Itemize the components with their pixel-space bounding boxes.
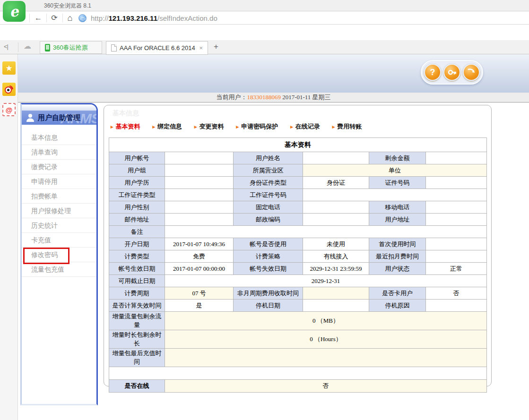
field-label: 是否卡用户 xyxy=(369,287,426,300)
section-tab-label: 变更资料 xyxy=(199,122,224,131)
field-value: 2017-01-07 00:00:00 xyxy=(165,263,234,275)
field-value xyxy=(165,349,487,367)
refresh-button[interactable]: ⟳ xyxy=(48,13,61,23)
field-label: 工作证件类型 xyxy=(109,189,165,201)
url-host: 121.193.216.11 xyxy=(109,14,157,22)
field-value: 未使用 xyxy=(303,238,369,250)
collapse-tabs-button[interactable]: <| xyxy=(4,43,8,50)
field-value xyxy=(426,152,487,164)
field-value: 否 xyxy=(165,380,487,393)
field-value xyxy=(426,250,487,263)
address-bar[interactable]: http://121.193.216.11/selfIndexAction.do xyxy=(91,14,217,22)
field-value xyxy=(165,189,234,201)
field-label: 最近扣月费时间 xyxy=(369,250,426,263)
table-row: 用户组所属营业区单位 xyxy=(109,164,487,177)
field-label: 增量流量包剩余流量 xyxy=(109,312,165,330)
help-button[interactable]: ? xyxy=(424,64,441,81)
back-button[interactable]: ← xyxy=(32,13,44,23)
divider xyxy=(29,14,30,22)
section-tab[interactable]: ▸绑定信息 xyxy=(153,122,182,131)
field-value xyxy=(165,152,234,164)
section-tab[interactable]: ▸在线记录 xyxy=(290,122,320,131)
url-prefix: http:// xyxy=(91,14,109,22)
mail-at-icon[interactable]: @ xyxy=(2,103,16,116)
change-password-button[interactable] xyxy=(443,64,460,81)
field-value xyxy=(165,201,234,214)
field-label: 邮政编码 xyxy=(234,214,303,226)
field-label: 是否计算失效时间 xyxy=(109,300,165,312)
favorites-star-icon[interactable]: ★ xyxy=(2,61,16,75)
new-tab-button[interactable]: + xyxy=(214,42,218,51)
phone-icon xyxy=(45,44,50,51)
cloud-sync-icon[interactable]: ☁ xyxy=(24,42,31,51)
field-value: 有线接入 xyxy=(303,250,369,263)
section-tab-label: 绑定信息 xyxy=(157,122,182,131)
logo-glyph: e xyxy=(9,2,20,20)
table-title: 基本资料 xyxy=(109,138,487,152)
table-row: 用户学历身份证件类型身份证证件号码 xyxy=(109,177,487,189)
table-row: 备注 xyxy=(109,226,487,238)
sidebar-top-band xyxy=(22,104,96,111)
field-value: 2029-12-31 xyxy=(165,275,487,287)
tab-360-chunyun[interactable]: 360春运抢票 xyxy=(40,41,102,54)
url-path: /selfIndexAction.do xyxy=(157,14,217,22)
key-icon xyxy=(447,68,457,77)
tab-aaa-oracle[interactable]: AAA For ORACLE 6.6 2014-12 × xyxy=(106,41,208,55)
field-label: 计费策略 xyxy=(234,250,303,263)
sidebar-item[interactable]: 卡充值 xyxy=(22,233,96,248)
bookmark-band xyxy=(0,25,529,40)
field-label: 计费类型 xyxy=(109,250,165,263)
field-label: 用户姓名 xyxy=(234,152,303,164)
tab-label: 360春运抢票 xyxy=(53,43,88,52)
tab-label: AAA For ORACLE 6.6 2014-12 xyxy=(120,44,195,51)
logout-button[interactable] xyxy=(463,64,480,81)
sidebar-item[interactable]: 用户报修处理 xyxy=(22,204,96,218)
section-tab[interactable]: ▸申请密码保护 xyxy=(236,122,278,131)
field-value: 单位 xyxy=(303,164,487,177)
table-row: 用户性别固定电话移动电话 xyxy=(109,201,487,214)
weibo-icon[interactable] xyxy=(2,83,16,96)
sidebar-item[interactable]: 申请停用 xyxy=(22,174,96,189)
section-tab[interactable]: ▸费用转账 xyxy=(332,122,362,131)
field-label: 备注 xyxy=(109,226,165,238)
current-user-label: 当前用户： xyxy=(216,94,247,101)
home-button[interactable]: ⌂ xyxy=(64,13,76,23)
field-value xyxy=(303,189,487,201)
basic-info-table: 基本资料 用户帐号用户姓名剩余金额用户组所属营业区单位用户学历身份证件类型身份证… xyxy=(109,137,487,393)
field-value xyxy=(426,201,487,214)
field-value xyxy=(426,177,487,189)
field-label: 工作证件号码 xyxy=(234,189,303,201)
section-tab[interactable]: ▸变更资料 xyxy=(194,122,224,131)
sidebar-item[interactable]: 缴费记录 xyxy=(22,160,96,174)
field-value: 免费 xyxy=(165,250,234,263)
field-label: 帐号失效日期 xyxy=(234,263,303,275)
sidebar-item[interactable]: 流量包充值 xyxy=(22,262,96,277)
sidebar-item[interactable]: 清单查询 xyxy=(22,145,96,160)
sidebar-item[interactable]: 扣费帐单 xyxy=(22,189,96,204)
sidebar-item[interactable]: 修改密码 xyxy=(22,248,96,262)
field-label: 邮件地址 xyxy=(109,214,165,226)
field-label: 用户地址 xyxy=(369,214,426,226)
field-label: 首次使用时间 xyxy=(369,238,426,250)
tab-bullet-icon: ▸ xyxy=(290,124,293,130)
field-label: 用户帐号 xyxy=(109,152,165,164)
table-row: 开户日期2017-01-07 10:49:36帐号是否使用未使用首次使用时间 xyxy=(109,238,487,250)
table-row: 帐号生效日期2017-01-07 00:00:00帐号失效日期2029-12-3… xyxy=(109,263,487,275)
exit-arrow-icon xyxy=(467,68,476,77)
sidebar-item[interactable]: 历史统计 xyxy=(22,218,96,233)
field-value xyxy=(109,367,487,380)
browser-logo-360[interactable]: e xyxy=(3,1,26,22)
field-label: 增量包最后充值时间 xyxy=(109,349,165,367)
section-tab[interactable]: ▸基本资料 xyxy=(111,122,140,131)
divider xyxy=(46,14,47,22)
current-date: 2017-01-11 星期三 xyxy=(282,94,330,101)
sidebar-item[interactable]: 基本信息 xyxy=(22,130,96,145)
field-value: 2029-12-31 23:59:59 xyxy=(303,263,369,275)
panel-title: 基本信息 xyxy=(113,109,139,118)
tab-bullet-icon: ▸ xyxy=(194,124,197,130)
table-row: 可用截止日期2029-12-31 xyxy=(109,275,487,287)
field-value xyxy=(165,214,234,226)
section-tab-label: 申请密码保护 xyxy=(241,122,278,131)
field-value xyxy=(303,287,369,300)
close-tab-icon[interactable]: × xyxy=(199,44,203,51)
